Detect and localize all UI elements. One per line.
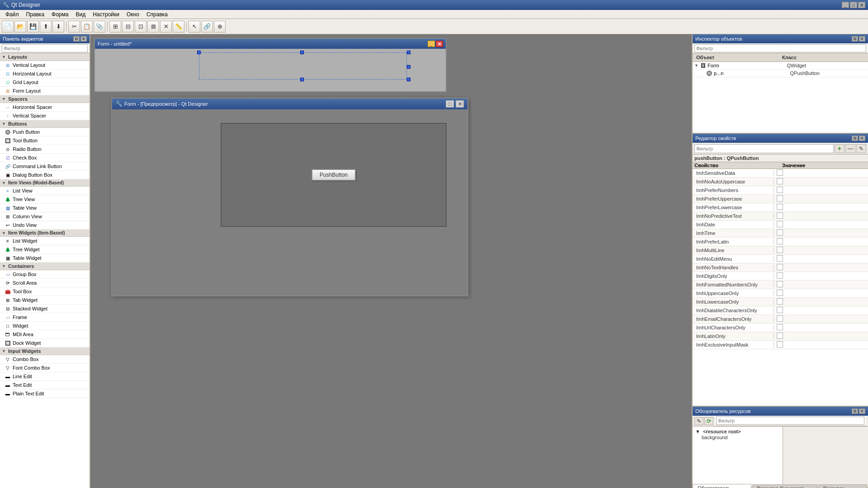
toolbar-tab-order[interactable]: ⊕ [214,21,226,33]
handle-tc[interactable] [300,51,304,54]
inspector-row-form[interactable]: ▼ 🖼 Form QWidget [693,62,868,70]
property-row[interactable]: ImhNoPredictiveText [693,212,868,221]
property-value[interactable] [774,212,868,220]
property-checkbox[interactable] [777,187,783,193]
app-minimize-btn[interactable]: _ [842,2,849,8]
property-checkbox[interactable] [777,238,783,244]
property-remove-btn[interactable]: — [845,144,855,153]
property-value[interactable] [774,238,868,246]
menu-form[interactable]: Форма [48,10,72,19]
toolbar-open[interactable]: 📂 [14,21,26,33]
widget-group-box[interactable]: ▭ Group Box [0,270,90,279]
toolbar-save[interactable]: 💾 [27,21,39,33]
toolbar-cut[interactable]: ✂ [68,21,80,33]
property-checkbox[interactable] [777,298,783,305]
widget-column-view[interactable]: ⊞ Column View [0,212,90,221]
property-row[interactable]: ImhNoEditMenu [693,255,868,263]
property-checkbox[interactable] [777,315,783,322]
widget-tree-widget[interactable]: 🌲 Tree Widget [0,245,90,254]
property-value[interactable] [774,263,868,272]
widget-radio-button[interactable]: ⊙ Radio Button [0,145,90,154]
property-checkbox[interactable] [777,324,783,330]
handle-tr[interactable] [407,51,410,54]
property-checkbox[interactable] [777,204,783,210]
toolbar-connect[interactable]: 🔗 [201,21,213,33]
property-value[interactable] [774,195,868,203]
object-inspector-float[interactable]: ⧉ [852,36,858,42]
widget-panel-close[interactable]: ✕ [80,36,87,42]
object-inspector-close[interactable]: ✕ [859,36,865,42]
property-checkbox[interactable] [777,247,783,253]
property-row[interactable]: ImhLatinOnly [693,332,868,341]
property-value[interactable] [774,221,868,229]
widget-line-edit[interactable]: ▬ Line Edit [0,372,90,381]
widget-plain-text-edit[interactable]: ▬ Plain Text Edit [0,389,90,398]
handle-tl[interactable] [197,51,201,54]
property-editor-close[interactable]: ✕ [859,136,865,141]
widget-stacked-widget[interactable]: ⊟ Stacked Widget [0,305,90,313]
property-value[interactable] [774,246,868,254]
toolbar-up[interactable]: ⬆ [40,21,52,33]
property-value[interactable] [774,341,868,349]
property-value[interactable] [774,289,868,297]
category-input-widgets[interactable]: Input Widgets [0,347,90,355]
object-inspector-filter-input[interactable] [694,44,866,52]
preview-window-close[interactable]: ✕ [456,100,464,108]
widget-panel-float[interactable]: ⧉ [73,36,80,42]
menu-edit[interactable]: Правка [23,10,48,19]
property-row[interactable]: ImhNoAutoUppercase [693,178,868,186]
form-window-body[interactable] [95,49,446,91]
category-containers[interactable]: Containers [0,263,90,270]
property-row[interactable]: ImhDialableCharactersOnly [693,306,868,315]
property-checkbox[interactable] [777,333,783,339]
toolbar-layout-v[interactable]: ⊞ [109,21,121,33]
resource-browser-float[interactable]: ⧉ [852,408,858,414]
widget-filter-input[interactable] [2,44,88,52]
widget-undo-view[interactable]: ↩ Undo View [0,221,90,230]
property-value[interactable] [774,203,868,211]
property-row[interactable]: ImhUrlCharactersOnly [693,324,868,332]
property-checkbox[interactable] [777,221,783,227]
property-row[interactable]: ImhExclusiveInputMask [693,341,868,349]
property-add-btn[interactable]: + [835,144,844,153]
form-window-close[interactable]: ✕ [436,41,443,47]
property-value[interactable] [774,255,868,263]
widget-scroll-area[interactable]: ⟳ Scroll Area [0,279,90,287]
resource-root[interactable]: ▼ <resource root> [694,428,781,435]
resource-background[interactable]: background [694,435,781,440]
property-value[interactable] [774,324,868,332]
toolbar-layout-f[interactable]: ⊠ [147,21,159,33]
widget-dock-widget[interactable]: 🔲 Dock Widget [0,339,90,347]
property-checkbox[interactable] [777,178,783,184]
widget-list-widget[interactable]: ≡ List Widget [0,237,90,245]
app-close-btn[interactable]: ✕ [858,2,865,8]
preview-window-restore[interactable]: □ [446,100,454,108]
category-item-views-model[interactable]: Item Views (Model-Based) [0,179,90,187]
toolbar-pointer[interactable]: ↖ [189,21,200,33]
property-row[interactable]: ImhFormattedNumbersOnly [693,281,868,289]
menu-view[interactable]: Вид [72,10,89,19]
tab-resource-browser[interactable]: Обозреватель ресурсов [693,484,751,488]
tab-signal-slot-editor[interactable]: Редактор Сигналов/Слотов [752,484,818,488]
handle-mr[interactable] [407,65,410,69]
property-checkbox[interactable] [777,230,783,236]
property-checkbox[interactable] [777,169,783,176]
inspector-row-pushbutton[interactable]: 🔘 p...n QPushButton [693,70,868,77]
resource-edit-btn[interactable]: ✎ [694,417,703,425]
widget-font-combo-box[interactable]: ▽ Font Combo Box [0,364,90,372]
resource-refresh-btn[interactable]: ⟳ [704,417,713,425]
property-row[interactable]: ImhDate [693,221,868,229]
category-item-widgets[interactable]: Item Widgets (Item-Based) [0,230,90,237]
property-value[interactable] [774,186,868,194]
property-edit-btn[interactable]: ✎ [856,144,866,153]
widget-form-layout[interactable]: ⊠ Form Layout [0,87,90,95]
toolbar-layout-g[interactable]: ⊡ [135,21,146,33]
property-value[interactable] [774,332,868,340]
property-row[interactable]: ImhTime [693,229,868,238]
preview-window-body[interactable]: PushButton [112,109,467,296]
toolbar-adjust-size[interactable]: 📏 [173,21,184,33]
resource-browser-close[interactable]: ✕ [859,408,865,414]
widget-push-button[interactable]: 🔘 Push Button [0,128,90,136]
menu-help[interactable]: Справка [143,10,171,19]
widget-tree-view[interactable]: 🌲 Tree View [0,195,90,204]
